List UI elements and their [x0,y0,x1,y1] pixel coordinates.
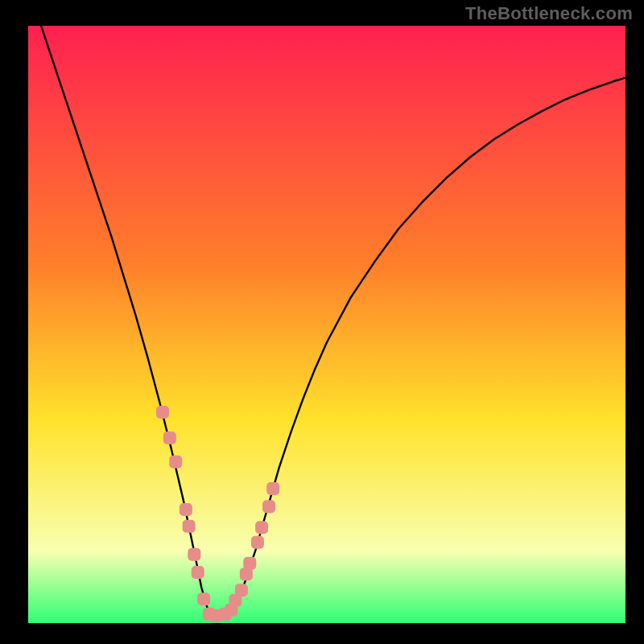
chart-stage: TheBottleneck.com [0,0,644,644]
curve-marker [243,557,256,570]
curve-marker [262,500,275,513]
curve-marker [255,521,268,534]
frame-bottom [0,623,644,644]
curve-marker [188,548,200,561]
watermark-label: TheBottleneck.com [465,3,633,24]
curve-marker [183,520,196,533]
curve-marker [235,584,248,597]
chart-canvas [0,0,644,644]
curve-marker [197,592,210,605]
curve-marker [169,456,182,469]
curve-marker [163,431,176,444]
frame-right [625,0,644,644]
curve-marker [156,406,169,419]
curve-marker [192,566,204,579]
curve-marker [180,503,192,516]
frame-left [0,0,28,644]
curve-marker [266,482,279,495]
curve-marker [251,536,264,549]
